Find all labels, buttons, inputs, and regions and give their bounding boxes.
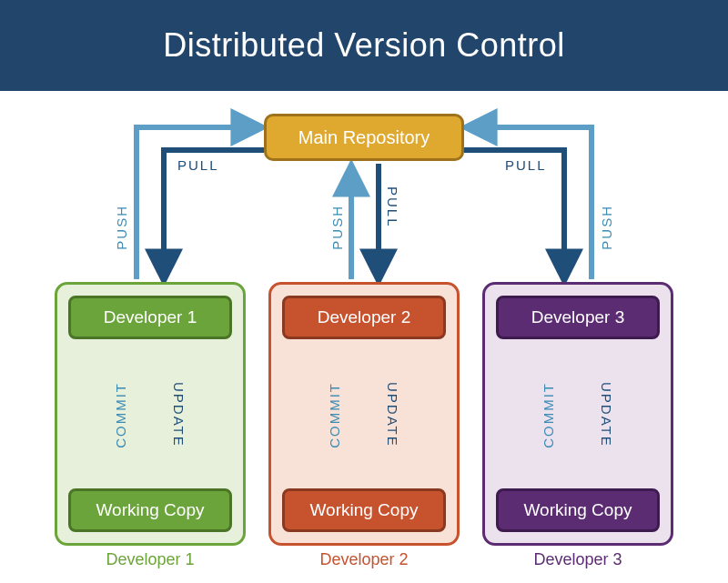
main-repository-node: Main Repository bbox=[264, 114, 464, 161]
developer-3-caption: Developer 3 bbox=[482, 550, 673, 569]
push-label-3: PUSH bbox=[599, 205, 614, 250]
pull-label-2: PULL bbox=[385, 186, 400, 228]
developer-3-working-copy-node: Working Copy bbox=[496, 488, 660, 532]
developer-3-name: Developer 3 bbox=[531, 307, 624, 327]
page-title: Distributed Version Control bbox=[163, 26, 565, 65]
developer-3-working-label: Working Copy bbox=[524, 500, 632, 520]
developer-2-repo-node: Developer 2 bbox=[282, 296, 446, 339]
developer-2-working-copy-node: Working Copy bbox=[282, 488, 446, 532]
developer-2-caption: Developer 2 bbox=[268, 550, 460, 569]
developer-1-caption: Developer 1 bbox=[55, 550, 246, 569]
title-bar: Distributed Version Control bbox=[0, 0, 728, 91]
developer-2-name: Developer 2 bbox=[318, 307, 410, 327]
developer-3-repo-node: Developer 3 bbox=[496, 296, 660, 339]
developer-1-repo-node: Developer 1 bbox=[68, 296, 232, 339]
developer-1-name: Developer 1 bbox=[104, 307, 197, 327]
diagram-canvas: Main Repository Developer 1 Working Copy… bbox=[0, 91, 728, 583]
commit-label-2: COMMIT bbox=[327, 382, 342, 448]
pull-label-3: PULL bbox=[505, 157, 547, 173]
developer-1-working-label: Working Copy bbox=[96, 500, 205, 520]
commit-label-3: COMMIT bbox=[541, 382, 556, 448]
update-label-2: UPDATE bbox=[385, 382, 400, 447]
update-label-1: UPDATE bbox=[171, 382, 187, 447]
main-repository-label: Main Repository bbox=[298, 127, 430, 148]
push-label-2: PUSH bbox=[329, 205, 345, 250]
push-label-1: PUSH bbox=[114, 205, 129, 250]
commit-label-1: COMMIT bbox=[113, 382, 128, 448]
update-label-3: UPDATE bbox=[599, 382, 614, 447]
developer-1-working-copy-node: Working Copy bbox=[68, 488, 232, 532]
pull-label-1: PULL bbox=[177, 157, 219, 173]
developer-3-panel: Developer 3 Working Copy bbox=[482, 282, 673, 546]
developer-2-panel: Developer 2 Working Copy bbox=[268, 282, 460, 546]
developer-2-working-label: Working Copy bbox=[310, 500, 419, 520]
developer-1-panel: Developer 1 Working Copy bbox=[55, 282, 246, 546]
